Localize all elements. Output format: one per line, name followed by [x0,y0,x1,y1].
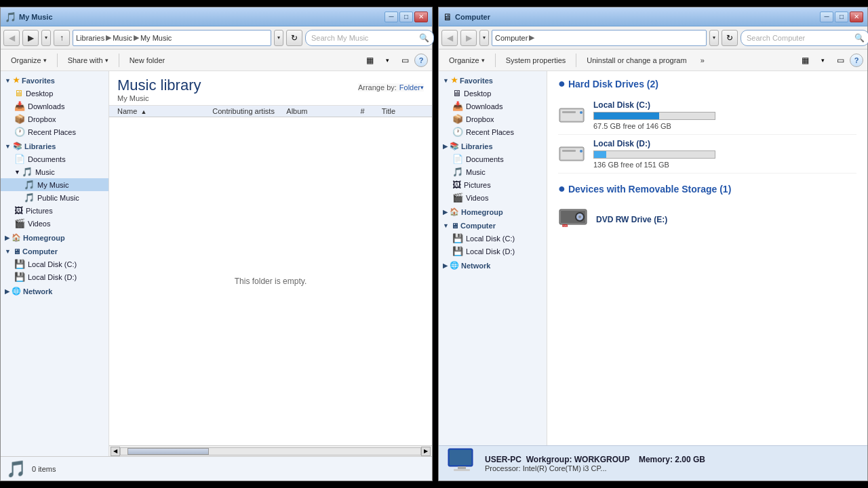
left-sidebar-c-drive[interactable]: 💾 Local Disk (C:) [1,258,108,270]
left-share-button[interactable]: Share with ▾ [62,52,115,69]
left-search-placeholder: Search My Music [311,34,368,42]
left-explorer-window: 🎵 My Music ─ □ ✕ ◀ ▶ ▾ ↑ Libraries ▶ Mus… [0,7,433,481]
right-close-button[interactable]: ✕ [850,12,863,22]
left-title-left: 🎵 My Music [5,12,53,22]
right-status-bar: USER-PC Workgroup: WORKGROUP Memory: 2.0… [439,445,867,481]
right-views-button[interactable]: ▦ [797,52,813,68]
arrange-bar: Arrange by: Folder ▾ [358,83,424,92]
right-path-computer[interactable]: Computer [495,34,528,42]
left-organize-button[interactable]: Organize ▾ [5,52,53,69]
left-address-dropdown[interactable]: ▾ [274,30,283,46]
arrange-label: Arrange by: [358,83,397,92]
left-address-path[interactable]: Libraries ▶ Music ▶ My Music [73,30,271,46]
left-sidebar-recent[interactable]: 🕐 Recent Places [1,125,108,138]
right-address-dropdown[interactable]: ▾ [709,30,719,46]
left-sidebar-publicmusic[interactable]: 🎵 Public Music [1,191,108,204]
path-libraries[interactable]: Libraries [76,34,104,42]
right-views-arrow[interactable]: ▾ [814,52,831,68]
right-favorites-header[interactable]: ▼ ★ Favorites [439,74,547,87]
left-sidebar-videos[interactable]: 🎬 Videos [1,217,108,230]
right-address-path[interactable]: Computer ▶ [492,30,707,46]
left-back-button[interactable]: ◀ [3,30,20,46]
left-sidebar-mymusic[interactable]: 🎵 My Music [1,178,108,191]
left-homegroup-header[interactable]: ▶ 🏠 Homegroup [1,231,108,244]
right-search-input[interactable]: Search Computer [741,30,868,46]
left-sidebar-pictures[interactable]: 🖼 Pictures [1,204,108,217]
left-search-input[interactable]: Search My Music [305,30,434,46]
right-maximize-button[interactable]: □ [835,12,848,22]
path-music[interactable]: Music [113,34,132,42]
left-sidebar-desktop[interactable]: 🖥 Desktop [1,87,108,100]
left-refresh-button[interactable]: ↻ [286,30,302,46]
right-sidebar-pictures[interactable]: 🖼 Pictures [439,178,547,191]
arrange-arrow[interactable]: ▾ [420,84,424,91]
right-favorites-star: ★ [451,76,458,85]
dvd-name[interactable]: DVD RW Drive (E:) [596,215,667,224]
left-forward-button[interactable]: ▶ [22,30,39,46]
right-sidebar-documents[interactable]: 📄 Documents [439,152,547,165]
left-sidebar-d-drive[interactable]: 💾 Local Disk (D:) [1,270,108,283]
arrange-dropdown[interactable]: Folder [399,83,420,92]
right-sidebar: ▼ ★ Favorites 🖥 Desktop 📥 Downloads 📦 Dr… [439,71,547,445]
c-drive-bar [593,112,715,120]
left-computer-header[interactable]: ▼ 🖥 Computer [1,245,108,258]
left-search-button[interactable]: 🔍 [419,33,429,43]
left-homegroup-section: ▶ 🏠 Homegroup [1,231,108,244]
right-computer-header[interactable]: ▼ 🖥 Computer [439,220,547,232]
left-help-button[interactable]: ? [414,54,428,67]
c-drive-name[interactable]: Local Disk (C:) [593,100,856,110]
path-mymusic[interactable]: My Music [140,34,172,42]
d-drive-name[interactable]: Local Disk (D:) [593,139,856,148]
left-sidebar-music[interactable]: ▼ 🎵 Music [1,165,108,178]
left-scrollbar[interactable]: ◀ ▶ [109,445,432,456]
right-network-header[interactable]: ▶ 🌐 Network [439,259,547,272]
scroll-left-btn[interactable]: ◀ [111,447,120,456]
right-libraries-header[interactable]: ▶ 📚 Libraries [439,140,547,152]
left-views-button[interactable]: ▦ [361,52,378,68]
col-header-album[interactable]: Album [286,107,355,115]
right-homegroup-header[interactable]: ▶ 🏠 Homegroup [439,205,547,218]
left-network-header[interactable]: ▶ 🌐 Network [1,285,108,298]
right-libraries-expand: ▶ [443,143,448,150]
right-sidebar-d-drive[interactable]: 💾 Local Disk (D:) [439,245,547,258]
right-sidebar-downloads[interactable]: 📥 Downloads [439,100,547,113]
right-sidebar-recent[interactable]: 🕐 Recent Places [439,125,547,138]
right-minimize-button[interactable]: ─ [820,12,833,22]
col-header-contributing[interactable]: Contributing artists [212,107,281,115]
col-header-num[interactable]: # [360,107,376,115]
left-sidebar-dropbox[interactable]: 📦 Dropbox [1,113,108,125]
right-sidebar-dropbox[interactable]: 📦 Dropbox [439,113,547,125]
right-preview-button[interactable]: ▭ [832,52,848,68]
left-maximize-button[interactable]: □ [399,12,413,22]
right-sysprops-button[interactable]: System properties [500,52,572,69]
scroll-right-btn[interactable]: ▶ [421,447,431,456]
left-views-arrow[interactable]: ▾ [379,52,395,68]
col-header-name[interactable]: Name ▲ [117,107,207,115]
left-nav-dropdown[interactable]: ▾ [41,30,51,46]
left-sidebar-downloads[interactable]: 📥 Downloads [1,100,108,113]
left-favorites-header[interactable]: ▼ ★ Favorites [1,74,108,87]
left-sidebar-documents[interactable]: 📄 Documents [1,152,108,165]
right-refresh-button[interactable]: ↻ [722,30,738,46]
left-preview-button[interactable]: ▭ [397,52,413,68]
col-header-title[interactable]: Title [382,107,424,115]
scroll-thumb[interactable] [127,448,209,455]
left-close-button[interactable]: ✕ [414,12,428,22]
right-nav-dropdown[interactable]: ▾ [479,30,489,46]
right-sidebar-music[interactable]: 🎵 Music [439,165,547,178]
left-minimize-button[interactable]: ─ [384,12,398,22]
right-organize-button[interactable]: Organize ▾ [443,52,491,69]
right-forward-button[interactable]: ▶ [460,30,477,46]
scroll-track[interactable] [120,447,421,455]
right-sidebar-c-drive[interactable]: 💾 Local Disk (C:) [439,232,547,245]
right-search-button[interactable]: 🔍 [854,33,865,43]
left-libraries-header[interactable]: ▼ 📚 Libraries [1,140,108,152]
right-uninstall-button[interactable]: Uninstall or change a program [580,52,692,69]
left-up-button[interactable]: ↑ [54,30,70,46]
left-new-folder-button[interactable]: New folder [123,52,172,69]
right-extra-button[interactable]: » [694,52,711,69]
right-back-button[interactable]: ◀ [441,30,458,46]
right-help-button[interactable]: ? [850,54,863,67]
right-sidebar-desktop[interactable]: 🖥 Desktop [439,87,547,100]
right-sidebar-videos[interactable]: 🎬 Videos [439,191,547,204]
